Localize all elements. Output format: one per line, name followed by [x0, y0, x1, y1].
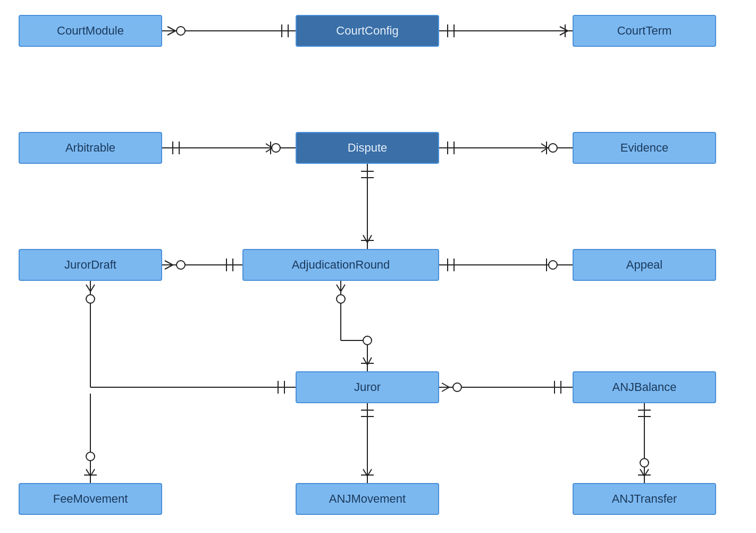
svg-line-78 — [644, 469, 649, 476]
svg-point-75 — [640, 459, 649, 467]
svg-point-35 — [177, 261, 185, 269]
diagram-container: CourtModule CourtConfig CourtTerm Arbitr… — [0, 0, 756, 533]
svg-point-55 — [337, 295, 345, 303]
svg-line-1 — [167, 27, 175, 31]
svg-point-56 — [363, 336, 372, 345]
svg-line-71 — [367, 469, 372, 476]
entity-ANJBalance[interactable]: ANJBalance — [573, 371, 716, 403]
svg-line-30 — [363, 235, 367, 243]
svg-point-47 — [86, 295, 95, 303]
svg-line-11 — [560, 31, 568, 35]
entity-ANJMovement[interactable]: ANJMovement — [296, 483, 439, 515]
svg-line-25 — [541, 148, 548, 152]
svg-point-63 — [453, 383, 461, 392]
svg-line-46 — [90, 285, 95, 292]
svg-line-17 — [266, 144, 272, 148]
entity-CourtTerm[interactable]: CourtTerm — [573, 15, 716, 47]
svg-line-31 — [367, 235, 372, 243]
entity-Arbitrable[interactable]: Arbitrable — [19, 132, 162, 164]
entity-CourtConfig[interactable]: CourtConfig — [296, 15, 439, 47]
entity-CourtModule[interactable]: CourtModule — [19, 15, 162, 47]
svg-line-45 — [86, 285, 90, 292]
entity-ANJTransfer[interactable]: ANJTransfer — [573, 483, 716, 515]
svg-line-10 — [560, 27, 568, 31]
svg-line-61 — [442, 383, 449, 387]
svg-line-82 — [86, 469, 90, 476]
entity-Dispute[interactable]: Dispute — [296, 132, 439, 164]
entity-JurorDraft[interactable]: JurorDraft — [19, 249, 162, 281]
svg-line-24 — [541, 144, 548, 148]
svg-point-15 — [272, 144, 280, 152]
svg-line-58 — [363, 357, 367, 365]
svg-line-59 — [367, 357, 372, 365]
entity-Evidence[interactable]: Evidence — [573, 132, 716, 164]
entity-AdjudicationRound[interactable]: AdjudicationRound — [242, 249, 439, 281]
svg-point-3 — [177, 27, 185, 35]
svg-point-80 — [86, 452, 95, 461]
svg-line-34 — [165, 265, 173, 269]
svg-line-2 — [167, 31, 175, 35]
svg-point-22 — [549, 144, 557, 152]
entity-Juror[interactable]: Juror — [296, 371, 439, 403]
svg-point-41 — [549, 261, 557, 269]
svg-line-54 — [341, 285, 345, 292]
svg-line-33 — [165, 261, 173, 265]
entity-Appeal[interactable]: Appeal — [573, 249, 716, 281]
svg-line-77 — [640, 469, 644, 476]
svg-line-53 — [337, 285, 341, 292]
svg-line-62 — [442, 387, 449, 392]
svg-line-83 — [90, 469, 95, 476]
svg-line-70 — [363, 469, 367, 476]
svg-line-18 — [266, 148, 272, 152]
entity-FeeMovement[interactable]: FeeMovement — [19, 483, 162, 515]
